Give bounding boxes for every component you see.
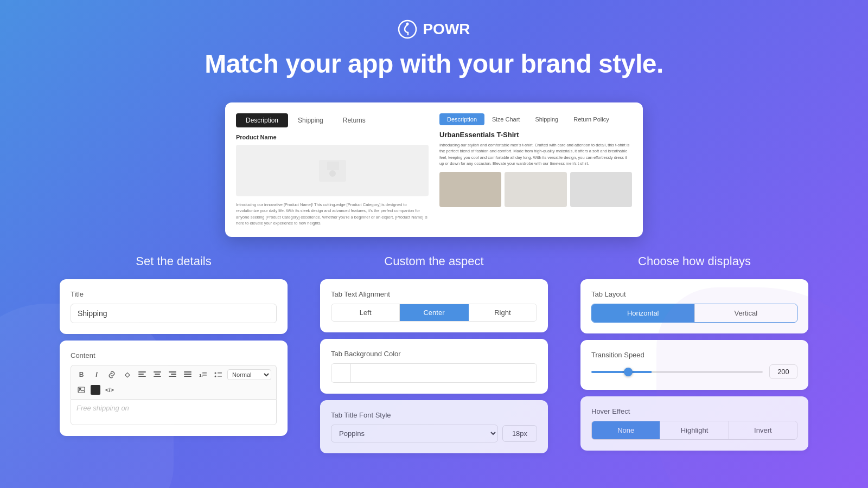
preview-product-name-label: Product Name: [236, 134, 429, 140]
svg-rect-14: [184, 371, 192, 373]
layout-btn-group: Horizontal Vertical: [591, 304, 797, 323]
svg-rect-13: [169, 376, 176, 377]
preview-grid-img-3: [570, 172, 632, 207]
tab-bg-color-label: Tab Background Color: [331, 350, 537, 358]
preview-left: Description Shipping Returns Product Nam…: [236, 113, 429, 226]
tab-layout-label: Tab Layout: [591, 290, 797, 298]
column-set-details: Set the details Title Content B I ◇: [43, 254, 304, 460]
content-card: Content B I ◇: [60, 341, 288, 436]
preview-rtab-shipping[interactable]: Shipping: [527, 113, 566, 125]
hover-none-btn[interactable]: None: [592, 421, 660, 439]
svg-rect-7: [138, 376, 146, 377]
editor-body[interactable]: Free shipping on: [71, 399, 277, 425]
svg-rect-18: [202, 373, 207, 374]
toolbar-justify[interactable]: [182, 369, 194, 381]
title-label: Title: [71, 290, 277, 298]
toolbar-diamond[interactable]: ◇: [121, 369, 133, 381]
svg-rect-19: [202, 375, 207, 376]
toolbar-color-picker[interactable]: [91, 385, 100, 395]
logo: POWR: [398, 20, 470, 39]
preview-card: Description Shipping Returns Product Nam…: [225, 102, 643, 237]
svg-point-20: [215, 373, 216, 374]
preview-image-grid: [439, 172, 632, 207]
powr-logo-icon: [398, 20, 417, 39]
preview-product-desc: Introducing our stylish and comfortable …: [439, 142, 632, 166]
logo-text: POWR: [423, 21, 470, 38]
svg-rect-12: [171, 374, 176, 375]
format-select[interactable]: Normal Heading 1 Heading 2 Heading 3: [227, 369, 271, 380]
transition-speed-value: 200: [769, 364, 797, 379]
transition-speed-label: Transition Speed: [591, 351, 797, 359]
layout-vertical-btn[interactable]: Vertical: [695, 304, 797, 322]
svg-rect-15: [184, 374, 192, 375]
tab-layout-card: Tab Layout Horizontal Vertical: [580, 279, 808, 333]
transition-speed-slider[interactable]: [591, 371, 763, 373]
header: POWR Match your app with your brand styl…: [0, 0, 868, 89]
toolbar-code[interactable]: </>: [104, 384, 116, 396]
preview-tab-returns[interactable]: Returns: [333, 113, 375, 127]
title-card: Title: [60, 279, 288, 334]
tab-font-style-label: Tab Title Font Style: [331, 411, 537, 419]
svg-point-21: [215, 376, 216, 377]
preview-tab-description[interactable]: Description: [236, 113, 288, 127]
toolbar-image[interactable]: [75, 384, 87, 396]
color-text-input[interactable]: [351, 364, 537, 382]
editor-toolbar: B I ◇ 1.: [71, 365, 277, 399]
toolbar-ol[interactable]: 1.: [197, 369, 209, 381]
hover-effect-label: Hover Effect: [591, 407, 797, 415]
preview-right: Description Size Chart Shipping Return P…: [439, 113, 632, 226]
svg-rect-8: [154, 371, 161, 373]
display-title: Choose how displays: [580, 254, 808, 268]
color-swatch[interactable]: [331, 364, 351, 382]
svg-rect-16: [184, 376, 192, 377]
tab-bg-color-card: Tab Background Color: [320, 339, 548, 394]
column-display: Choose how displays Tab Layout Horizonta…: [564, 254, 825, 460]
svg-rect-22: [218, 373, 222, 374]
font-row: Poppins: [331, 425, 537, 442]
preview-left-tabs: Description Shipping Returns: [236, 113, 429, 127]
align-right-btn[interactable]: Right: [469, 304, 537, 321]
hover-effect-card: Hover Effect None Highlight Invert: [580, 396, 808, 451]
svg-point-1: [406, 23, 409, 25]
preview-tab-shipping[interactable]: Shipping: [288, 113, 333, 127]
preview-product-title: UrbanEssentials T-Shirt: [439, 131, 632, 139]
svg-rect-10: [154, 376, 161, 377]
hover-invert-btn[interactable]: Invert: [729, 421, 797, 439]
toolbar-ul[interactable]: [212, 369, 224, 381]
preview-container: Description Shipping Returns Product Nam…: [0, 102, 868, 237]
content-label: Content: [71, 351, 277, 359]
set-details-title: Set the details: [60, 254, 288, 268]
svg-point-4: [329, 170, 336, 177]
svg-text:1.: 1.: [199, 373, 203, 378]
toolbar-bold[interactable]: B: [75, 369, 87, 381]
transition-speed-card: Transition Speed 200: [580, 340, 808, 390]
toolbar-align-center[interactable]: [151, 369, 163, 381]
layout-horizontal-btn[interactable]: Horizontal: [592, 304, 695, 322]
toolbar-align-right[interactable]: [167, 369, 178, 381]
svg-rect-24: [78, 387, 85, 393]
preview-grid-img-2: [505, 172, 566, 207]
font-family-select[interactable]: Poppins: [331, 425, 498, 442]
preview-rtab-return-policy[interactable]: Return Policy: [566, 113, 616, 125]
preview-rtab-size-chart[interactable]: Size Chart: [484, 113, 527, 125]
title-input[interactable]: [71, 304, 277, 323]
font-size-input[interactable]: [502, 425, 537, 442]
svg-rect-11: [169, 371, 176, 373]
slider-row: 200: [591, 364, 797, 379]
svg-rect-6: [138, 374, 144, 375]
toolbar-align-left[interactable]: [136, 369, 148, 381]
align-left-btn[interactable]: Left: [331, 304, 400, 321]
svg-point-25: [79, 388, 81, 390]
tab-alignment-label: Tab Text Alignment: [331, 290, 537, 298]
hover-highlight-btn[interactable]: Highlight: [660, 421, 729, 439]
toolbar-italic[interactable]: I: [91, 369, 103, 381]
svg-rect-3: [327, 162, 339, 170]
toolbar-link[interactable]: [106, 369, 118, 381]
align-center-btn[interactable]: Center: [400, 304, 468, 321]
preview-rtab-description[interactable]: Description: [439, 113, 484, 125]
editor-placeholder: Free shipping on: [76, 404, 129, 412]
bottom-section: Set the details Title Content B I ◇: [0, 254, 868, 460]
color-input-row: [331, 363, 537, 383]
hover-btn-group: None Highlight Invert: [591, 421, 797, 440]
tab-alignment-card: Tab Text Alignment Left Center Right: [320, 279, 548, 332]
